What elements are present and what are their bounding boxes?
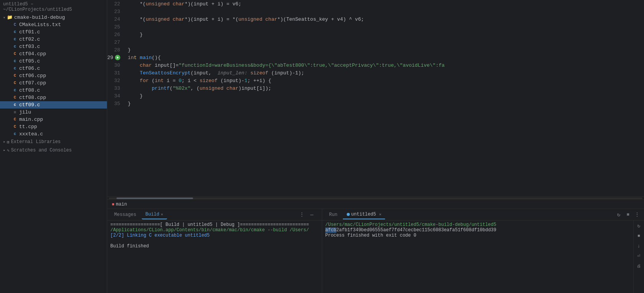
sidebar-item-ctf06cpp[interactable]: C ctf06.cpp xyxy=(0,72,107,79)
sidebar-item-ctf03[interactable]: c ctf03.c xyxy=(0,43,107,50)
sidebar-item-ctf08cpp[interactable]: C ctf08.cpp xyxy=(0,94,107,101)
line-content: for (int i = 0; i < sizeof (input)-1; ++… xyxy=(125,77,644,84)
table-row: 31 TenSeattosEncrypt(input, input_len: s… xyxy=(107,69,644,77)
tab-run-untitled5[interactable]: untitled5 ✕ xyxy=(343,210,385,219)
c-file-icon: c xyxy=(12,37,18,42)
sidebar-item-scratches[interactable]: ▾ ✎ Scratches and Consoles xyxy=(0,146,107,155)
line-number: 29 xyxy=(107,54,125,61)
sidebar-item-ctf04[interactable]: C ctf04.cpp xyxy=(0,50,107,58)
sidebar-item-label: ctf07.cpp xyxy=(19,80,46,86)
cpp-file-icon: C xyxy=(12,81,18,86)
sidebar-item-ctf01[interactable]: c ctf01.c xyxy=(0,28,107,36)
print-button[interactable]: 🖨 xyxy=(635,262,643,270)
sidebar-item-main[interactable]: C main.cpp xyxy=(0,116,107,123)
rerun-button[interactable]: ↻ xyxy=(615,211,623,219)
stop-button[interactable]: ■ xyxy=(624,211,632,219)
sidebar-item-jilu[interactable]: ≡ jilu xyxy=(0,109,107,116)
build-finished-line: Build finished xyxy=(110,244,319,249)
code-table: 22 *(unsigned char*)(input + i) = v6; 23… xyxy=(107,0,644,107)
build-path-line: /Applications/CLion.app/Contents/bin/cma… xyxy=(110,227,319,233)
tab-build[interactable]: Build ✕ xyxy=(142,210,167,219)
scrollbar-thumb[interactable] xyxy=(116,198,193,199)
tab-build-label: Build xyxy=(146,212,159,217)
sidebar-item-CMakeLists[interactable]: C CMakeLists.txt xyxy=(0,21,107,28)
hex-rest: 2afb1f349bed06555aef7fd47cecbec115c6083e… xyxy=(336,227,497,233)
more-run-options-button[interactable]: ⋮ xyxy=(633,211,641,219)
sidebar-item-xxxtea[interactable]: c xxxtea.c xyxy=(0,130,107,138)
sidebar-item-ctf09[interactable]: c ctf09.c xyxy=(0,101,107,109)
run-path-line: /Users/mac/CLionProjects/untitled5/cmake… xyxy=(325,222,630,227)
table-row: 23 xyxy=(107,8,644,15)
panel-toolbar: ⋮ — xyxy=(298,211,319,219)
process-done-line: Process finished with exit code 0 xyxy=(325,233,630,238)
minimize-button[interactable]: — xyxy=(308,211,316,219)
sidebar-item-label: CMakeLists.txt xyxy=(19,22,61,28)
folder-icon: 📁 xyxy=(7,15,13,20)
table-row: 34 } xyxy=(107,92,644,100)
sidebar-item-label: xxxtea.c xyxy=(19,131,43,137)
run-indicator-icon xyxy=(347,213,350,216)
triangle-icon: ▾ xyxy=(2,149,7,151)
line-content xyxy=(125,23,644,31)
table-row: 24 *(unsigned char*)(input + i) = *(unsi… xyxy=(107,15,644,23)
sidebar-item-label: ctf08.cpp xyxy=(19,95,46,100)
table-row: 33 printf("%02x", (unsigned char)input[i… xyxy=(107,84,644,92)
cpp-file-icon: C xyxy=(12,73,18,79)
line-content: *(unsigned char*)(input + i) = *(unsigne… xyxy=(125,15,644,23)
scroll-end-button[interactable]: ↓ xyxy=(635,242,643,250)
sidebar-item-ctf05[interactable]: c ctf05.c xyxy=(0,58,107,65)
sidebar-item-label: ctf06.cpp xyxy=(19,73,46,79)
table-row: 35 } xyxy=(107,100,644,107)
tab-messages[interactable]: Messages xyxy=(110,211,140,219)
close-run-tab-button[interactable]: ✕ xyxy=(379,212,381,217)
line-content: } xyxy=(125,92,644,100)
line-number: 22 xyxy=(107,0,125,8)
code-content[interactable]: 22 *(unsigned char*)(input + i) = v6; 23… xyxy=(107,0,644,196)
line-content: } xyxy=(125,31,644,38)
stop-sidebar-button[interactable]: ■ xyxy=(635,232,643,240)
sidebar-item-ctf07[interactable]: C ctf07.cpp xyxy=(0,79,107,87)
table-row: 30 char input[]="functionId=wareBusiness… xyxy=(107,61,644,69)
cpp-file-icon: C xyxy=(12,95,18,100)
run-content-area: /Users/mac/CLionProjects/untitled5/cmake… xyxy=(322,221,644,293)
cpp-file-icon: C xyxy=(12,117,18,122)
table-row: 32 for (int i = 0; i < sizeof (input)-1;… xyxy=(107,77,644,84)
run-output: /Users/mac/CLionProjects/untitled5/cmake… xyxy=(322,221,633,293)
horizontal-scrollbar[interactable] xyxy=(107,196,644,199)
line-number: 23 xyxy=(107,8,125,15)
rerun-sidebar-button[interactable]: ↻ xyxy=(635,222,643,230)
sidebar-item-label: Scratches and Consoles xyxy=(11,148,72,153)
sidebar-item-ctf08c[interactable]: c ctf08.c xyxy=(0,87,107,94)
run-toolbar: ↻ ■ ⋮ xyxy=(615,211,641,219)
sidebar-item-label: main.cpp xyxy=(19,117,43,122)
c-file-icon: c xyxy=(12,59,18,64)
sidebar-item-tt[interactable]: C tt.cpp xyxy=(0,123,107,130)
sidebar-item-label: External Libraries xyxy=(11,139,61,145)
run-tabs: Run untitled5 ✕ ↻ ■ ⋮ xyxy=(322,209,644,221)
bottom-panel: Messages Build ✕ ⋮ — ==================[… xyxy=(107,209,644,293)
line-number: 32 xyxy=(107,77,125,84)
breadcrumb-item[interactable]: main xyxy=(116,202,127,207)
tab-run-label[interactable]: Run xyxy=(325,211,341,219)
line-number: 24 xyxy=(107,15,125,23)
line-number: 31 xyxy=(107,69,125,77)
build-header-line: ==================[ Build | untitled5 | … xyxy=(110,222,319,227)
sidebar-item-label: ctf02.c xyxy=(19,36,40,42)
more-options-button[interactable]: ⋮ xyxy=(298,211,306,219)
sidebar: untitled5 – ~/CLionProjects/untitled5 ▾ … xyxy=(0,0,107,293)
build-link-line: [2/2] Linking C executable untitled5 xyxy=(110,233,319,238)
sidebar-item-label: cmake-build-debug xyxy=(14,15,65,20)
sidebar-item-label: ctf03.c xyxy=(19,44,40,49)
sidebar-item-external-libraries[interactable]: ▾ ⊞ External Libraries xyxy=(0,138,107,146)
line-number: 25 xyxy=(107,23,125,31)
sidebar-item-cmake-build-debug[interactable]: ▾ 📁 cmake-build-debug xyxy=(0,14,107,21)
table-row: 29 int main(){ xyxy=(107,54,644,61)
close-build-tab-button[interactable]: ✕ xyxy=(161,212,163,217)
line-number: 28 xyxy=(107,46,125,54)
wrap-button[interactable]: ⏎ xyxy=(635,252,643,260)
run-marker-icon[interactable] xyxy=(115,55,120,60)
sidebar-item-ctf06c[interactable]: c ctf06.c xyxy=(0,65,107,72)
project-title: untitled5 – ~/CLionProjects/untitled5 xyxy=(0,0,107,14)
sidebar-item-ctf02[interactable]: c ctf02.c xyxy=(0,36,107,43)
error-icon: ■ xyxy=(112,202,115,207)
